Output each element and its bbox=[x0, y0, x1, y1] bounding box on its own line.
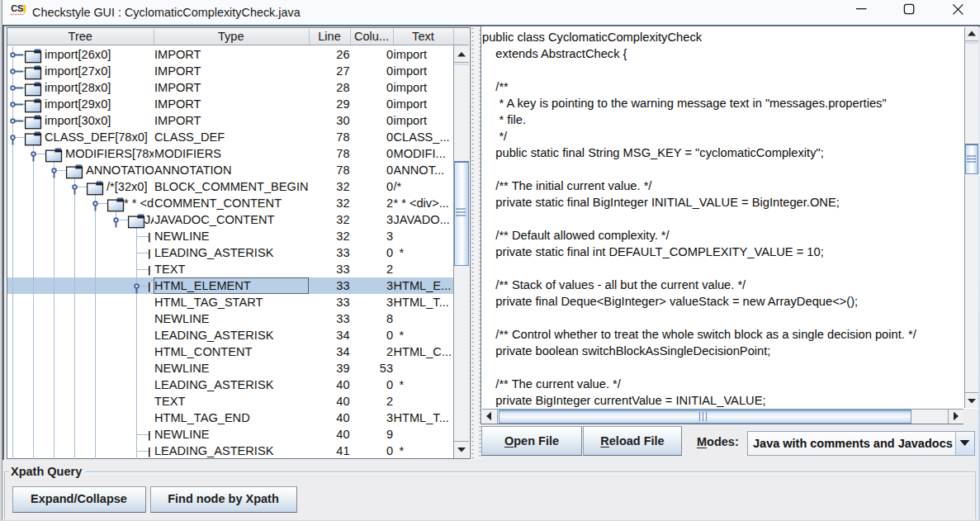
svg-text:CS: CS bbox=[11, 3, 23, 13]
